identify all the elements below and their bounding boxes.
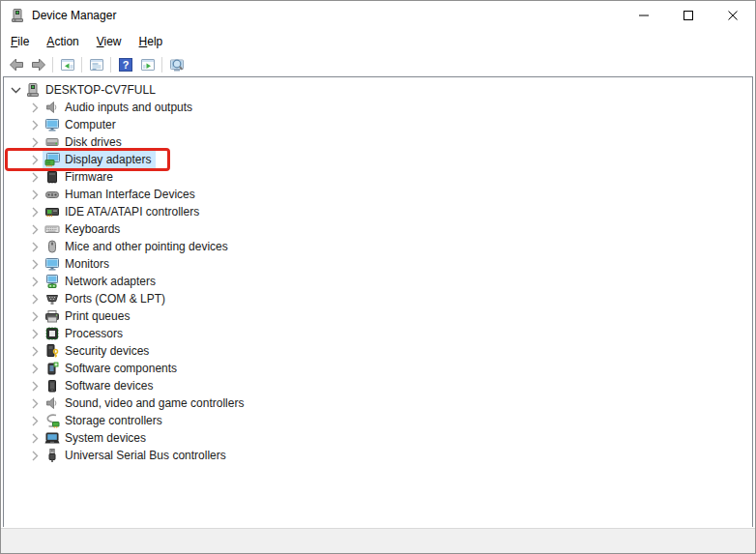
chevron-right-icon[interactable]	[27, 134, 43, 150]
tree-item-software-components[interactable]: Software components	[4, 360, 752, 377]
chevron-right-icon[interactable]	[27, 221, 43, 237]
tree-item-processors[interactable]: Processors	[4, 325, 752, 342]
monitor-icon	[44, 117, 60, 132]
tree-item-print-queues[interactable]: Print queues	[4, 307, 752, 325]
help-icon: ?	[118, 57, 133, 73]
tree-item-label: Ports (COM & LPT)	[65, 292, 167, 306]
system-icon	[44, 430, 60, 446]
tree-item-firmware[interactable]: Firmware	[4, 168, 752, 186]
chevron-right-icon[interactable]	[27, 204, 43, 219]
chevron-right-icon[interactable]	[27, 169, 43, 185]
toolbar: ?	[1, 53, 755, 76]
maximize-icon	[683, 11, 693, 20]
device-manager-icon	[10, 8, 25, 23]
tree-item-label: Print queues	[65, 309, 131, 323]
forward-button[interactable]	[27, 54, 49, 75]
tree-item-computer[interactable]: Computer	[4, 116, 752, 133]
chevron-right-icon[interactable]	[27, 430, 43, 446]
window-title: Device Manager	[32, 9, 622, 22]
chevron-right-icon[interactable]	[27, 448, 43, 463]
show-console-tree-button[interactable]	[56, 54, 78, 75]
tree-item-ports-com-lpt[interactable]: Ports (COM & LPT)	[4, 290, 752, 307]
tree-item-label: Sound, video and game controllers	[65, 396, 246, 410]
usb-icon	[44, 448, 60, 463]
chevron-right-icon[interactable]	[27, 117, 43, 132]
help-button[interactable]: ?	[114, 54, 136, 75]
menubar: File Action View Help	[1, 30, 755, 53]
chevron-down-icon[interactable]	[8, 82, 23, 98]
tree-item-label: Audio inputs and outputs	[65, 101, 194, 114]
chevron-right-icon[interactable]	[27, 326, 43, 341]
chevron-right-icon[interactable]	[27, 343, 43, 359]
tree-item-keyboards[interactable]: Keyboards	[4, 220, 752, 238]
tree-item-ide-ata-atapi-controllers[interactable]: IDE ATA/ATAPI controllers	[4, 203, 752, 220]
device-manager-window: Device Manager File Action View Hel	[0, 0, 756, 554]
chevron-right-icon[interactable]	[27, 378, 43, 394]
speaker-icon	[44, 395, 60, 411]
tree-item-system-devices[interactable]: System devices	[4, 429, 752, 447]
tree-item-content: Software devices	[43, 377, 158, 394]
tree-item-mice-and-other-pointing-devices[interactable]: Mice and other pointing devices	[4, 238, 752, 255]
tree-item-desktop-cv7full[interactable]: DESKTOP-CV7FULL	[4, 81, 752, 99]
close-icon	[728, 11, 738, 20]
tree-item-storage-controllers[interactable]: Storage controllers	[4, 412, 752, 429]
tree-item-label: Monitors	[65, 257, 111, 271]
back-button[interactable]	[5, 54, 27, 75]
forward-icon	[31, 57, 46, 73]
tree-item-content: Display adapters	[43, 151, 156, 168]
tree-item-label: Computer	[65, 118, 118, 131]
tree-item-universal-serial-bus-controllers[interactable]: Universal Serial Bus controllers	[4, 447, 752, 464]
tree-item-content: Ports (COM & LPT)	[43, 290, 170, 307]
menu-view[interactable]: View	[88, 31, 131, 52]
chevron-right-icon[interactable]	[27, 256, 43, 272]
show-action-pane-button[interactable]	[136, 54, 159, 75]
software-device-icon	[44, 378, 60, 394]
properties-button[interactable]	[85, 54, 107, 75]
software-component-icon	[44, 361, 60, 376]
back-icon	[9, 57, 24, 73]
disk-icon	[44, 134, 60, 150]
minimize-icon	[639, 11, 649, 20]
tree-item-display-adapters[interactable]: Display adapters	[4, 151, 752, 168]
tree-item-human-interface-devices[interactable]: Human Interface Devices	[4, 186, 752, 203]
tree-item-software-devices[interactable]: Software devices	[4, 377, 752, 394]
chevron-right-icon[interactable]	[27, 291, 43, 306]
window-controls	[622, 1, 755, 30]
tree-item-sound-video-and-game-controllers[interactable]: Sound, video and game controllers	[4, 394, 752, 412]
menu-action[interactable]: Action	[38, 31, 87, 52]
display-adapter-icon	[44, 152, 60, 167]
scan-hardware-button[interactable]	[165, 54, 188, 75]
chevron-right-icon[interactable]	[27, 152, 43, 167]
tree-item-content: Software components	[43, 360, 182, 377]
chevron-right-icon[interactable]	[27, 239, 43, 254]
tree-item-content: Universal Serial Bus controllers	[43, 447, 231, 464]
close-button[interactable]	[711, 1, 755, 30]
tree-item-audio-inputs-and-outputs[interactable]: Audio inputs and outputs	[4, 99, 752, 116]
status-bar	[1, 528, 755, 553]
tree-item-security-devices[interactable]: Security devices	[4, 342, 752, 360]
scan-hardware-icon	[169, 57, 185, 73]
toolbar-separator	[110, 57, 111, 73]
chevron-right-icon[interactable]	[27, 308, 43, 324]
tree-item-content: Security devices	[43, 342, 154, 360]
tree-item-content: Human Interface Devices	[43, 186, 200, 203]
titlebar: Device Manager	[1, 1, 755, 30]
tree-item-network-adapters[interactable]: Network adapters	[4, 273, 752, 290]
minimize-button[interactable]	[622, 1, 666, 30]
menu-file[interactable]: File	[2, 31, 38, 52]
tree-item-label: Display adapters	[65, 153, 153, 166]
menu-help[interactable]: Help	[131, 31, 172, 52]
chevron-right-icon[interactable]	[27, 274, 43, 289]
chevron-right-icon[interactable]	[27, 413, 43, 428]
tree-item-monitors[interactable]: Monitors	[4, 255, 752, 273]
tree-item-label: Processors	[65, 327, 125, 340]
maximize-button[interactable]	[666, 1, 711, 30]
tree-item-disk-drives[interactable]: Disk drives	[4, 133, 752, 151]
show-action-pane-icon	[140, 57, 156, 73]
tree-item-label: DESKTOP-CV7FULL	[45, 83, 158, 97]
toolbar-separator	[52, 57, 53, 73]
chevron-right-icon[interactable]	[27, 361, 43, 376]
chevron-right-icon[interactable]	[27, 187, 43, 202]
chevron-right-icon[interactable]	[27, 100, 43, 115]
chevron-right-icon[interactable]	[27, 395, 43, 411]
